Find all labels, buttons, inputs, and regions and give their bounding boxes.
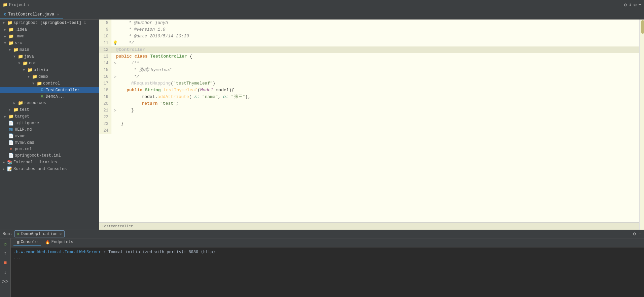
code-editor[interactable]: 8 * @author junyh 9 * @version 1.0 10 * … <box>99 20 639 222</box>
sidebar-item-control[interactable]: ▼ 📁 control <box>0 80 99 87</box>
line-gutter: 💡 <box>111 40 119 46</box>
java-class-icon: C <box>4 12 6 16</box>
code-line-12: 12 @Controller <box>99 46 639 53</box>
breadcrumb-text: TestController <box>102 224 133 228</box>
sidebar-item-src[interactable]: ▼ 📁 src <box>0 40 99 46</box>
tree-item-label: demo <box>38 74 48 79</box>
line-number: 20 <box>99 100 111 107</box>
run-tab-label: DemoApplication <box>21 232 58 236</box>
sidebar-item-extlibs[interactable]: ▶ 📚 External Libraries <box>0 159 99 166</box>
sidebar-item-test[interactable]: ▶ 📁 test <box>0 106 99 113</box>
project-folder-icon: 📁 <box>3 2 8 7</box>
arrow-icon: ▶ <box>3 34 7 38</box>
arrow-icon: ▼ <box>1 21 6 25</box>
console-line-text: ... <box>13 256 21 260</box>
code-line-13: 13 public class TestController { <box>99 53 639 60</box>
sidebar-item-idea[interactable]: ▶ 📁 .idea <box>0 26 99 33</box>
sidebar-item-springboot-root[interactable]: ▼ 📁 springboot [springboot-test] C <box>0 20 99 26</box>
java-main-icon: A <box>39 94 45 99</box>
sidebar-item-mvn[interactable]: ▶ 📁 .mvn <box>0 33 99 40</box>
sidebar-item-target[interactable]: ▶ 📁 target <box>0 113 99 120</box>
tab-close-icon[interactable]: ✕ <box>57 12 59 16</box>
sidebar-item-olivia[interactable]: ▼ 📁 olivia <box>0 67 99 73</box>
sidebar-item-mvnwcmd[interactable]: 📄 mvnw.cmd <box>0 139 99 146</box>
project-text: Project <box>9 3 26 7</box>
run-tab-demoapplication[interactable]: ▶ DemoApplication ✕ <box>14 230 65 237</box>
sidebar-item-demoapplication[interactable]: A DemoA... <box>0 93 99 100</box>
mvnwcmd-icon: 📄 <box>8 140 14 145</box>
project-tree: ▼ 📁 springboot [springboot-test] C ▶ 📁 .… <box>0 20 99 230</box>
tree-item-label: External Libraries <box>13 160 57 165</box>
folder-icon: 📁 <box>37 81 42 86</box>
sidebar-item-resources[interactable]: ▶ 📁 resources <box>0 100 99 106</box>
folder-icon: 📁 <box>8 27 14 32</box>
project-label[interactable]: 📁 Project ▾ <box>3 2 29 7</box>
stop-icon[interactable]: ■ <box>3 259 8 267</box>
iml-icon: 📄 <box>8 153 14 158</box>
run-more-actions: ⚙ − <box>633 231 641 237</box>
code-line-22: 22 <box>99 114 639 121</box>
run-label: Run: <box>3 232 12 236</box>
right-scroll-panel[interactable] <box>639 20 644 230</box>
sidebar-item-scratches[interactable]: ▶ 📝 Scratches and Consoles <box>0 166 99 172</box>
settings-icon[interactable]: ⚙ <box>633 231 636 237</box>
sidebar-item-pomxml[interactable]: m pom.xml <box>0 146 99 152</box>
console-tab-console[interactable]: ▤ Console <box>13 239 41 246</box>
minimize-icon[interactable]: − <box>639 231 641 237</box>
folder-icon: 📁 <box>32 74 37 79</box>
minimize-icon[interactable]: − <box>639 2 641 8</box>
tab-testcontroller[interactable]: C TestController.java ✕ <box>0 10 63 19</box>
tree-item-label: .idea <box>15 27 27 32</box>
java-folder-icon: 📁 <box>18 54 23 59</box>
sidebar-item-gitignore[interactable]: 📄 .gitignore <box>0 120 99 127</box>
folder-icon: 📁 <box>23 61 28 66</box>
code-line-11: 11 💡 */ <box>99 40 639 46</box>
scrollbar-thumb[interactable] <box>641 20 644 34</box>
tree-item-label: target <box>15 114 29 119</box>
line-number: 22 <box>99 114 111 121</box>
arrow-icon: ▶ <box>7 108 12 112</box>
fold-icon[interactable]: ▷ <box>114 60 116 67</box>
more-icon[interactable]: >> <box>1 278 9 286</box>
sidebar-item-iml[interactable]: 📄 springboot-test.iml <box>0 152 99 159</box>
line-number: 16 <box>99 73 111 80</box>
tree-item-label: Scratches and Consoles <box>13 167 67 171</box>
sidebar-item-demo[interactable]: ▼ 📁 demo <box>0 73 99 80</box>
arrow-icon: ▼ <box>3 41 7 45</box>
line-content: @Controller <box>113 46 639 53</box>
code-line-24: 24 <box>99 127 639 134</box>
console-tab-label: Endpoints <box>51 240 73 244</box>
scroll-down-icon[interactable]: ↓ <box>3 269 8 276</box>
sidebar-item-mvnw[interactable]: 📄 mvnw <box>0 133 99 139</box>
sidebar-item-com[interactable]: ▼ 📁 com <box>0 60 99 67</box>
fold-icon[interactable]: ▷ <box>114 73 116 80</box>
structure-icon[interactable]: ⬇ <box>629 2 632 8</box>
arrow-icon: ▼ <box>12 55 17 59</box>
line-content: /** <box>119 60 639 67</box>
md-icon: MD <box>8 128 14 132</box>
gear-icon[interactable]: ⚙ <box>634 2 636 8</box>
sidebar-item-java[interactable]: ▼ 📁 java <box>0 53 99 60</box>
folder-icon: 📁 <box>7 20 12 26</box>
endpoints-icon: 🔥 <box>45 240 50 245</box>
line-content: model.addAttribute( s: "name", o: "张三"); <box>119 94 639 100</box>
sidebar-item-testcontroller[interactable]: C TestController <box>0 87 99 93</box>
sidebar-item-helpmd[interactable]: MD HELP.md <box>0 127 99 133</box>
code-line-23: 23 } <box>99 121 639 127</box>
main-area: ▼ 📁 springboot [springboot-test] C ▶ 📁 .… <box>0 20 644 230</box>
sidebar-item-main[interactable]: ▼ 📁 main <box>0 46 99 53</box>
line-number: 19 <box>99 94 111 100</box>
settings-icon[interactable]: ⚙ <box>624 2 627 8</box>
folder-icon: 📁 <box>18 100 23 106</box>
tree-item-label: TestController <box>46 88 80 93</box>
line-number: 8 <box>99 20 111 26</box>
console-tab-endpoints[interactable]: 🔥 Endpoints <box>42 239 77 246</box>
lightbulb-icon[interactable]: 💡 <box>113 40 118 46</box>
run-tab-close-icon[interactable]: ✕ <box>60 232 62 236</box>
line-content: } <box>119 107 639 114</box>
scroll-up-icon[interactable]: ↑ <box>3 250 8 257</box>
scrollbar-track[interactable] <box>640 20 644 230</box>
tree-item-label: DemoA... <box>46 94 65 99</box>
fold-icon[interactable]: ▷ <box>114 107 116 114</box>
restart-icon[interactable]: ↺ <box>3 240 8 248</box>
